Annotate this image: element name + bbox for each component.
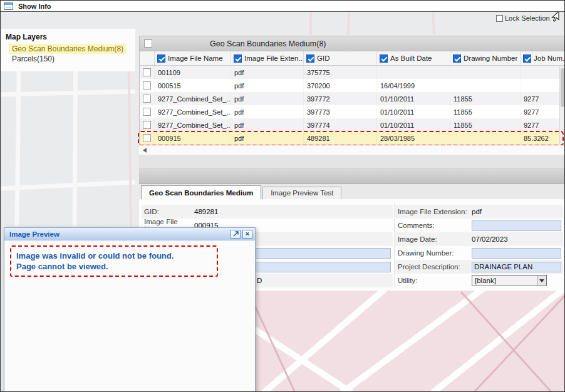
column-checkbox-icon[interactable]	[157, 54, 165, 63]
map-layers-panel: Map Layers Geo Scan Boundaries Medium(8)…	[1, 29, 135, 71]
column-header-drawing-number[interactable]: Drawing Number	[450, 51, 521, 65]
tab-image-preview-test[interactable]: Image Preview Test	[262, 187, 341, 199]
drawing-number-input[interactable]	[472, 248, 561, 259]
cell-gid: 489281	[304, 132, 377, 145]
column-label: Image File Exten...	[244, 54, 304, 62]
field-label: Image File Extension:	[395, 208, 472, 215]
vertical-scrollbar[interactable]	[559, 66, 565, 144]
cell-gid: 397772	[304, 92, 377, 105]
field-value: pdf	[472, 208, 482, 215]
cell-extension: pdf	[231, 105, 304, 118]
horizontal-scrollbar[interactable]	[139, 145, 565, 155]
cell-extension: pdf	[231, 132, 304, 145]
scroll-left-icon[interactable]	[143, 148, 147, 153]
cell-job-number: 9277	[521, 105, 565, 118]
row-checkbox[interactable]	[143, 134, 151, 142]
table-row-selected[interactable]: 000915 pdf 489281 28/03/1985 85.3262	[140, 132, 565, 145]
results-grid: Geo Scan Boundaries Medium(8) Image File…	[139, 36, 565, 145]
column-checkbox-icon[interactable]	[234, 54, 242, 63]
field-value: 489281	[194, 208, 218, 215]
column-checkbox-icon[interactable]	[453, 54, 461, 63]
form-row-image-file-extension: Image File Extension: pdf	[395, 205, 563, 219]
cell-as-built-date: 01/10/2011	[377, 118, 450, 132]
tab-geo-scan-boundaries-medium[interactable]: Geo Scan Boundaries Medium	[141, 185, 261, 199]
window-titlebar: Show Info	[1, 1, 564, 12]
select-all-checkbox[interactable]	[144, 39, 152, 48]
project-description-input[interactable]: DRAINAGE PLAN	[472, 262, 561, 272]
splitter-bar[interactable]	[139, 168, 565, 184]
image-preview-title: Image Preview	[7, 230, 229, 238]
utility-select[interactable]: [blank]	[472, 275, 547, 286]
table-row[interactable]: 9277_Combined_Set_... pdf 397774 01/10/2…	[140, 118, 565, 132]
form-row-drawing-number: Drawing Number:	[395, 246, 563, 260]
error-message-line: Page cannot be viewed.	[16, 261, 212, 272]
comments-input[interactable]	[472, 220, 561, 231]
table-row[interactable]: 001109 pdf 375775	[140, 66, 565, 79]
cell-gid: 397774	[304, 118, 377, 132]
map-layers-title: Map Layers	[6, 33, 135, 41]
column-header-row: Image File Name Image File Exten... GID …	[140, 51, 565, 66]
cell-job-number: 85.3262	[521, 132, 565, 145]
table-row[interactable]: 9277_Combined_Set_... pdf 397772 01/10/2…	[140, 92, 565, 105]
cell-gid: 397773	[304, 105, 377, 118]
maximize-icon	[233, 231, 239, 237]
lock-selection-checkbox[interactable]	[496, 15, 503, 22]
form-column-divider	[394, 203, 395, 287]
cell-drawing-number: 11855	[450, 92, 521, 105]
select-tool-icon[interactable]	[550, 11, 561, 25]
form-column-right: Image File Extension: pdf Comments: Imag…	[395, 205, 563, 287]
results-title-bar: Geo Scan Boundaries Medium(8)	[140, 36, 565, 51]
lock-selection-control: Lock Selection	[496, 14, 550, 22]
field-label: GID:	[142, 208, 194, 215]
column-checkbox-icon[interactable]	[380, 54, 388, 63]
row-checkbox[interactable]	[143, 81, 151, 90]
layer-item-parcels[interactable]: Parcels(150)	[9, 54, 58, 64]
table-row[interactable]: 000515 pdf 370200 16/04/1999	[140, 79, 565, 92]
cell-as-built-date	[377, 66, 450, 79]
layer-item-geo-scan-boundaries[interactable]: Geo Scan Boundaries Medium(8)	[9, 44, 127, 54]
column-header-job-number[interactable]: Job Num...	[521, 51, 565, 65]
image-preview-titlebar[interactable]: Image Preview ×	[4, 228, 255, 240]
row-checkbox[interactable]	[143, 121, 151, 129]
column-header-image-file-name[interactable]: Image File Name	[155, 51, 231, 65]
form-row-comments: Comments:	[395, 219, 563, 232]
column-checkbox-icon[interactable]	[523, 54, 531, 63]
image-preview-body: Image was invalid or could not be found.…	[4, 240, 255, 392]
chevron-down-icon[interactable]	[537, 276, 546, 286]
cell-job-number	[521, 66, 565, 79]
field-label: Image Date:	[395, 235, 472, 243]
column-checkbox-icon[interactable]	[306, 54, 314, 63]
table-row[interactable]: 9277_Combined_Set_... pdf 397773 01/10/2…	[140, 105, 565, 118]
maximize-button[interactable]	[231, 230, 241, 239]
separator-band	[139, 155, 565, 168]
column-header-image-file-extension[interactable]: Image File Exten...	[231, 51, 304, 65]
vertical-scrollbar-thumb[interactable]	[561, 68, 564, 107]
cell-job-number: 9277	[521, 92, 565, 105]
cell-gid: 375775	[304, 66, 377, 79]
field-label: Drawing Number:	[395, 249, 472, 257]
cell-as-built-date: 01/10/2011	[377, 92, 450, 105]
column-header-as-built-date[interactable]: As Built Date	[377, 51, 450, 65]
column-label: As Built Date	[390, 54, 432, 62]
checkbox-column-header	[140, 51, 155, 65]
row-checkbox[interactable]	[143, 95, 151, 103]
error-message-box: Image was invalid or could not be found.…	[10, 245, 218, 277]
show-info-window: Show Info Lock Selection Map Layers Geo …	[0, 0, 565, 392]
cell-image-file-name: 001109	[155, 66, 231, 79]
lock-selection-label: Lock Selection	[505, 14, 550, 22]
field-value-fragment: D	[257, 277, 262, 284]
cell-drawing-number: 11855	[450, 118, 521, 132]
cell-image-file-name: 000915	[155, 132, 231, 145]
field-label: Utility:	[395, 277, 472, 284]
field-label: Comments:	[395, 222, 472, 229]
cell-image-file-name: 9277_Combined_Set_...	[155, 105, 231, 118]
cell-image-file-name: 9277_Combined_Set_...	[155, 92, 231, 105]
cell-job-number	[521, 79, 565, 92]
cell-extension: pdf	[231, 66, 304, 79]
close-button[interactable]: ×	[242, 230, 252, 239]
cell-image-file-name: 9277_Combined_Set_...	[155, 118, 231, 132]
column-header-gid[interactable]: GID	[304, 51, 377, 65]
row-checkbox[interactable]	[143, 108, 151, 116]
row-checkbox[interactable]	[143, 68, 151, 76]
form-row-gid: GID: 489281	[142, 205, 393, 219]
